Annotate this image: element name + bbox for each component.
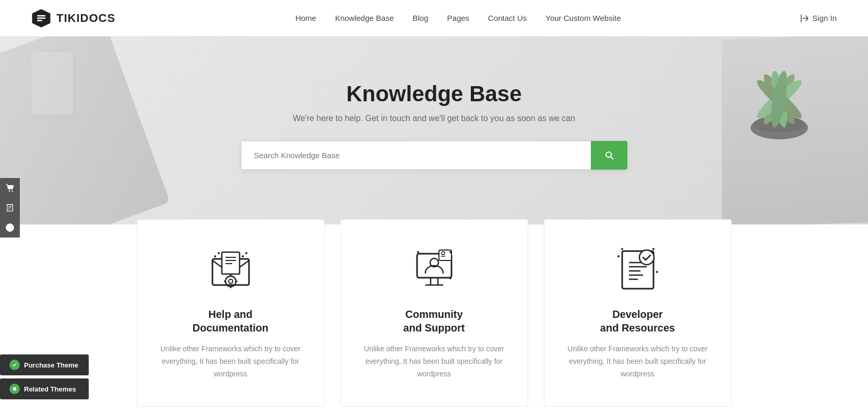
- related-icon: [9, 384, 20, 394]
- search-icon: [604, 150, 614, 160]
- svg-point-48: [656, 271, 658, 273]
- card-community-title: Communityand Support: [362, 307, 507, 335]
- svg-point-45: [621, 248, 623, 250]
- svg-point-44: [639, 250, 654, 265]
- purchase-theme-button[interactable]: Purchase Theme: [0, 354, 89, 375]
- svg-rect-3: [37, 20, 42, 21]
- search-button[interactable]: [591, 141, 627, 170]
- hero-subtitle: We're here to help. Get in touch and we'…: [241, 114, 627, 123]
- book-icon: [5, 203, 15, 212]
- hero-title: Knowledge Base: [241, 81, 627, 106]
- signin-label: Sign In: [812, 14, 837, 22]
- svg-point-26: [245, 252, 247, 254]
- svg-point-36: [449, 251, 451, 253]
- sidebar-cart-button[interactable]: [0, 178, 20, 198]
- signin-icon: [801, 14, 809, 22]
- help-docs-icon: [207, 246, 254, 293]
- purchase-theme-label: Purchase Theme: [24, 361, 78, 369]
- cart-icon: [5, 183, 15, 193]
- globe-icon: [5, 223, 15, 232]
- bottom-buttons: Purchase Theme Related Themes: [0, 354, 89, 399]
- sidebar-globe-button[interactable]: [0, 218, 20, 238]
- card-help-docs-title: Help andDocumentation: [158, 307, 303, 335]
- svg-point-24: [218, 252, 220, 254]
- svg-point-18: [229, 279, 233, 283]
- card-developer-desc: Unlike other Frameworks which try to cov…: [565, 343, 710, 380]
- nav-blog[interactable]: Blog: [413, 14, 429, 22]
- card-developer: Developerand Resources Unlike other Fram…: [544, 219, 732, 407]
- svg-point-37: [449, 277, 451, 279]
- logo-icon: [31, 8, 51, 28]
- signin-button[interactable]: Sign In: [801, 14, 837, 22]
- nav-pages[interactable]: Pages: [447, 14, 470, 22]
- community-icon: [411, 246, 458, 293]
- sidebar-book-button[interactable]: [0, 198, 20, 218]
- search-bar: [241, 141, 627, 170]
- nav-links: Home Knowledge Base Blog Pages Contact U…: [295, 14, 621, 23]
- svg-rect-61: [13, 387, 16, 390]
- svg-point-47: [617, 255, 620, 257]
- nav-custom-website[interactable]: Your Custom Website: [545, 14, 621, 22]
- svg-point-35: [417, 251, 419, 253]
- card-developer-title: Developerand Resources: [565, 307, 710, 335]
- nav-contact[interactable]: Contact Us: [488, 14, 527, 22]
- svg-point-50: [11, 190, 13, 192]
- card-community-desc: Unlike other Frameworks which try to cov…: [362, 343, 507, 380]
- related-themes-button[interactable]: Related Themes: [0, 378, 89, 399]
- nav-knowledge-base[interactable]: Knowledge Base: [335, 14, 394, 22]
- svg-point-23: [214, 255, 216, 257]
- hero-decoration-laptop: [722, 37, 868, 224]
- card-community: Communityand Support Unlike other Framew…: [340, 219, 528, 407]
- hero-content: Knowledge Base We're here to help. Get i…: [241, 81, 627, 170]
- logo-text: TIKIDOCS: [56, 11, 115, 25]
- navbar: TIKIDOCS Home Knowledge Base Blog Pages …: [0, 0, 868, 37]
- developer-icon: [614, 246, 661, 293]
- related-themes-label: Related Themes: [24, 385, 76, 393]
- card-help-docs-desc: Unlike other Frameworks which try to cov…: [158, 343, 303, 380]
- svg-rect-1: [37, 15, 45, 17]
- svg-point-25: [242, 255, 244, 257]
- card-help-docs: Help andDocumentation Unlike other Frame…: [137, 219, 325, 407]
- logo[interactable]: TIKIDOCS: [31, 8, 115, 28]
- search-input[interactable]: [241, 141, 591, 170]
- svg-rect-2: [37, 17, 45, 19]
- cards-section: Help andDocumentation Unlike other Frame…: [0, 219, 868, 415]
- nav-home[interactable]: Home: [295, 14, 316, 22]
- hero-section: Knowledge Base We're here to help. Get i…: [0, 37, 868, 224]
- svg-point-49: [9, 190, 10, 192]
- hero-decoration-keyboard: [0, 37, 170, 224]
- sidebar-icons: [0, 178, 20, 238]
- purchase-icon: [9, 360, 20, 370]
- svg-point-46: [652, 248, 655, 250]
